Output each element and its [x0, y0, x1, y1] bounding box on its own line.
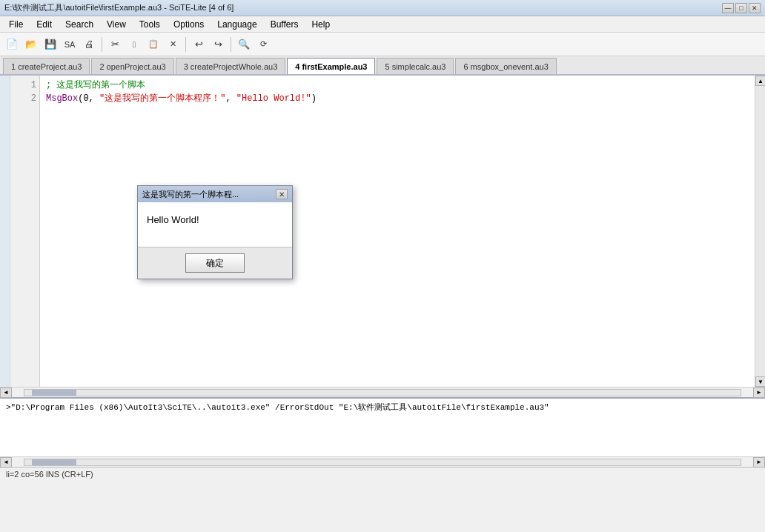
modal-dialog: 这是我写的第一个脚本程... ✕ Hello World! 确定: [137, 185, 293, 279]
modal-overlay: 这是我写的第一个脚本程... ✕ Hello World! 确定: [0, 0, 765, 532]
modal-titlebar: 这是我写的第一个脚本程... ✕: [138, 186, 292, 202]
modal-body: Hello World!: [138, 202, 292, 247]
modal-title: 这是我写的第一个脚本程...: [142, 189, 239, 200]
ok-button[interactable]: 确定: [185, 253, 245, 273]
modal-footer: 确定: [138, 247, 292, 279]
modal-close-button[interactable]: ✕: [276, 189, 288, 199]
modal-message: Hello World!: [147, 214, 199, 225]
